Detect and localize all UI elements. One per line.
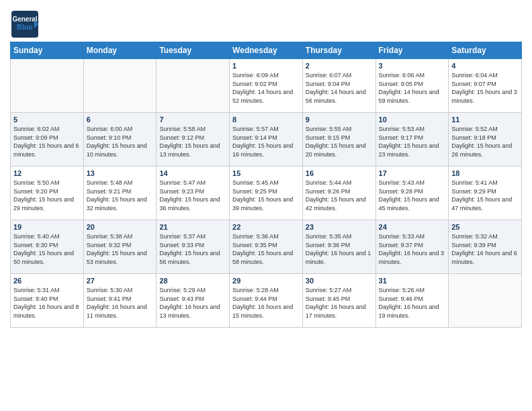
- day-number: 12: [13, 169, 81, 177]
- day-number: 21: [159, 223, 226, 231]
- day-number: 20: [87, 223, 154, 231]
- day-number: 9: [306, 116, 373, 124]
- day-number: 10: [379, 116, 446, 124]
- calendar-cell: 27Sunrise: 5:30 AMSunset: 9:41 PMDayligh…: [83, 274, 157, 328]
- day-number: 31: [379, 277, 446, 285]
- calendar-cell: 12Sunrise: 5:50 AMSunset: 9:20 PMDayligh…: [11, 167, 84, 220]
- calendar-cell: 8Sunrise: 5:57 AMSunset: 9:14 PMDaylight…: [230, 113, 303, 167]
- calendar-cell: 24Sunrise: 5:33 AMSunset: 9:37 PMDayligh…: [375, 220, 449, 274]
- calendar-table: SundayMondayTuesdayWednesdayThursdayFrid…: [10, 42, 522, 328]
- day-number: 14: [159, 169, 226, 177]
- day-number: 19: [13, 223, 81, 231]
- day-info: Sunrise: 5:47 AMSunset: 9:23 PMDaylight:…: [159, 179, 226, 212]
- weekday-header-monday: Monday: [83, 42, 157, 59]
- day-info: Sunrise: 6:00 AMSunset: 9:10 PMDaylight:…: [87, 125, 154, 158]
- calendar-cell: [449, 274, 522, 328]
- day-info: Sunrise: 5:28 AMSunset: 9:44 PMDaylight:…: [232, 286, 300, 320]
- calendar-cell: 30Sunrise: 5:27 AMSunset: 9:45 PMDayligh…: [302, 274, 375, 328]
- day-info: Sunrise: 5:57 AMSunset: 9:14 PMDaylight:…: [232, 125, 300, 158]
- day-info: Sunrise: 5:50 AMSunset: 9:20 PMDaylight:…: [13, 179, 81, 212]
- calendar-cell: 23Sunrise: 5:35 AMSunset: 9:36 PMDayligh…: [302, 220, 375, 274]
- weekday-header-sunday: Sunday: [11, 42, 84, 59]
- day-info: Sunrise: 5:30 AMSunset: 9:41 PMDaylight:…: [87, 286, 154, 320]
- calendar-header: SundayMondayTuesdayWednesdayThursdayFrid…: [11, 42, 522, 59]
- calendar-cell: 20Sunrise: 5:38 AMSunset: 9:32 PMDayligh…: [83, 220, 157, 274]
- calendar-cell: 6Sunrise: 6:00 AMSunset: 9:10 PMDaylight…: [83, 113, 157, 167]
- calendar-cell: [157, 59, 230, 113]
- calendar-week-1: 1Sunrise: 6:09 AMSunset: 9:02 PMDaylight…: [11, 59, 522, 113]
- day-number: 11: [451, 116, 519, 124]
- day-info: Sunrise: 6:09 AMSunset: 9:02 PMDaylight:…: [232, 71, 300, 105]
- calendar-cell: 3Sunrise: 6:06 AMSunset: 9:05 PMDaylight…: [375, 59, 449, 113]
- day-number: 6: [87, 116, 154, 124]
- logo: General Blue: [10, 9, 40, 39]
- day-info: Sunrise: 5:53 AMSunset: 9:17 PMDaylight:…: [379, 125, 446, 158]
- header: General Blue: [10, 7, 522, 39]
- weekday-header-saturday: Saturday: [449, 42, 522, 59]
- day-number: 22: [232, 223, 300, 231]
- svg-text:General: General: [12, 15, 37, 23]
- calendar-cell: 10Sunrise: 5:53 AMSunset: 9:17 PMDayligh…: [375, 113, 449, 167]
- day-number: 13: [87, 169, 154, 177]
- calendar-cell: 22Sunrise: 5:36 AMSunset: 9:35 PMDayligh…: [230, 220, 303, 274]
- day-number: 1: [232, 62, 300, 70]
- day-info: Sunrise: 5:43 AMSunset: 9:28 PMDaylight:…: [379, 179, 446, 212]
- day-number: 16: [306, 169, 373, 177]
- weekday-header-wednesday: Wednesday: [230, 42, 303, 59]
- day-info: Sunrise: 5:37 AMSunset: 9:33 PMDaylight:…: [159, 232, 226, 266]
- day-number: 3: [379, 62, 446, 70]
- day-number: 29: [232, 277, 300, 285]
- day-info: Sunrise: 5:35 AMSunset: 9:36 PMDaylight:…: [306, 232, 373, 266]
- calendar-week-5: 26Sunrise: 5:31 AMSunset: 9:40 PMDayligh…: [11, 274, 522, 328]
- day-info: Sunrise: 5:27 AMSunset: 9:45 PMDaylight:…: [306, 286, 373, 320]
- calendar-cell: 19Sunrise: 5:40 AMSunset: 9:30 PMDayligh…: [11, 220, 84, 274]
- calendar-cell: 16Sunrise: 5:44 AMSunset: 9:26 PMDayligh…: [302, 167, 375, 220]
- day-number: 5: [13, 116, 81, 124]
- day-number: 4: [451, 62, 519, 70]
- day-number: 15: [232, 169, 300, 177]
- calendar-body: 1Sunrise: 6:09 AMSunset: 9:02 PMDaylight…: [11, 59, 522, 328]
- day-info: Sunrise: 6:07 AMSunset: 9:04 PMDaylight:…: [306, 71, 373, 105]
- calendar-cell: 9Sunrise: 5:55 AMSunset: 9:15 PMDaylight…: [302, 113, 375, 167]
- day-number: 18: [451, 169, 519, 177]
- day-info: Sunrise: 5:31 AMSunset: 9:40 PMDaylight:…: [13, 286, 81, 320]
- day-info: Sunrise: 5:52 AMSunset: 9:18 PMDaylight:…: [451, 125, 519, 158]
- day-info: Sunrise: 5:55 AMSunset: 9:15 PMDaylight:…: [306, 125, 373, 158]
- day-number: 17: [379, 169, 446, 177]
- day-info: Sunrise: 5:38 AMSunset: 9:32 PMDaylight:…: [87, 232, 154, 266]
- day-number: 28: [159, 277, 226, 285]
- day-info: Sunrise: 5:41 AMSunset: 9:29 PMDaylight:…: [451, 179, 519, 212]
- day-info: Sunrise: 5:40 AMSunset: 9:30 PMDaylight:…: [13, 232, 81, 266]
- calendar-week-3: 12Sunrise: 5:50 AMSunset: 9:20 PMDayligh…: [11, 167, 522, 220]
- calendar-cell: 5Sunrise: 6:02 AMSunset: 9:09 PMDaylight…: [11, 113, 84, 167]
- day-info: Sunrise: 6:06 AMSunset: 9:05 PMDaylight:…: [379, 71, 446, 105]
- day-number: 25: [451, 223, 519, 231]
- day-number: 7: [159, 116, 226, 124]
- day-info: Sunrise: 5:29 AMSunset: 9:43 PMDaylight:…: [159, 286, 226, 320]
- day-number: 2: [306, 62, 373, 70]
- day-info: Sunrise: 5:44 AMSunset: 9:26 PMDaylight:…: [306, 179, 373, 212]
- day-info: Sunrise: 6:04 AMSunset: 9:07 PMDaylight:…: [451, 71, 519, 105]
- day-info: Sunrise: 5:32 AMSunset: 9:39 PMDaylight:…: [451, 232, 519, 266]
- day-number: 30: [306, 277, 373, 285]
- calendar-week-4: 19Sunrise: 5:40 AMSunset: 9:30 PMDayligh…: [11, 220, 522, 274]
- calendar-cell: 1Sunrise: 6:09 AMSunset: 9:02 PMDaylight…: [230, 59, 303, 113]
- calendar-cell: 29Sunrise: 5:28 AMSunset: 9:44 PMDayligh…: [230, 274, 303, 328]
- calendar-cell: 28Sunrise: 5:29 AMSunset: 9:43 PMDayligh…: [157, 274, 230, 328]
- svg-text:Blue: Blue: [17, 23, 33, 31]
- calendar-cell: 15Sunrise: 5:45 AMSunset: 9:25 PMDayligh…: [230, 167, 303, 220]
- weekday-header-tuesday: Tuesday: [157, 42, 230, 59]
- calendar-cell: 4Sunrise: 6:04 AMSunset: 9:07 PMDaylight…: [449, 59, 522, 113]
- weekday-header-thursday: Thursday: [302, 42, 375, 59]
- day-info: Sunrise: 5:26 AMSunset: 9:46 PMDaylight:…: [379, 286, 446, 320]
- day-number: 24: [379, 223, 446, 231]
- calendar-cell: 25Sunrise: 5:32 AMSunset: 9:39 PMDayligh…: [449, 220, 522, 274]
- calendar-cell: 7Sunrise: 5:58 AMSunset: 9:12 PMDaylight…: [157, 113, 230, 167]
- logo-icon: General Blue: [10, 9, 40, 39]
- calendar-cell: [11, 59, 84, 113]
- calendar-cell: 21Sunrise: 5:37 AMSunset: 9:33 PMDayligh…: [157, 220, 230, 274]
- calendar-cell: 13Sunrise: 5:48 AMSunset: 9:21 PMDayligh…: [83, 167, 157, 220]
- weekday-header-friday: Friday: [375, 42, 449, 59]
- calendar-week-2: 5Sunrise: 6:02 AMSunset: 9:09 PMDaylight…: [11, 113, 522, 167]
- calendar-cell: [83, 59, 157, 113]
